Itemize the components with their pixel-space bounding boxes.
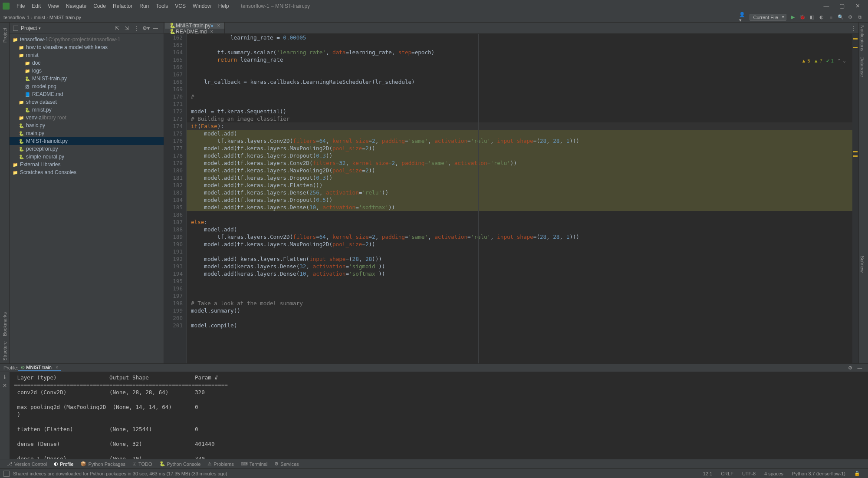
code-line[interactable]: [187, 100, 852, 108]
code-line[interactable]: model.add(tf.keras.layers.MaxPooling2D(p…: [187, 241, 852, 248]
tree-item[interactable]: 🐍basic.py: [10, 122, 164, 129]
code-line[interactable]: model.add(tf.keras.layers.Dense(10, acti…: [187, 204, 852, 211]
project-divider-icon[interactable]: ⋮: [132, 24, 140, 32]
tree-item[interactable]: 📁show dataset: [10, 98, 164, 106]
code-line[interactable]: model.compile(: [187, 322, 852, 329]
code-line[interactable]: tf.keras.layers.Conv2D(filters=64, kerne…: [187, 233, 852, 241]
code-line[interactable]: [187, 285, 852, 292]
tree-item[interactable]: 🐍simple-neural.py: [10, 153, 164, 161]
menu-help[interactable]: Help: [215, 3, 233, 9]
window-minimize[interactable]: —: [819, 3, 834, 9]
project-expand-icon[interactable]: ⇲: [123, 24, 131, 32]
code-line[interactable]: model.add(keras.layers.Dense(32, activat…: [187, 263, 852, 270]
tree-item[interactable]: 📁how to visualize a model with keras: [10, 43, 164, 51]
code-line[interactable]: model = tf.keras.Sequential(): [187, 108, 852, 115]
stop-button[interactable]: ■: [827, 13, 835, 21]
menu-run[interactable]: Run: [136, 3, 152, 9]
tab-close-icon[interactable]: ×: [217, 23, 220, 29]
code-line[interactable]: # - - - - - - - - - - - - - - - - - - - …: [187, 93, 852, 100]
toolwin-python-console[interactable]: 🐍Python Console: [156, 461, 204, 467]
toolwin-python-packages[interactable]: 📦Python Packages: [77, 461, 129, 467]
editor-content[interactable]: learning_rate = 0.00005 tf.summary.scala…: [187, 34, 852, 363]
structure-tool-tab[interactable]: Structure: [2, 339, 7, 363]
toolwin-todo[interactable]: ☑TODO: [129, 461, 156, 467]
breadcrumb-segment[interactable]: MNIST-train.py: [49, 15, 81, 20]
tree-item[interactable]: 📘README.md: [10, 90, 164, 98]
window-maximize[interactable]: ▢: [834, 3, 850, 9]
code-line[interactable]: model.add(tf.keras.layers.MaxPooling2D(p…: [187, 145, 852, 152]
reader-mode-icon[interactable]: 🔒: [850, 471, 865, 476]
toolwin-profile[interactable]: ◐Profile: [50, 461, 77, 467]
code-line[interactable]: model.summary(): [187, 307, 852, 314]
tabs-list-icon[interactable]: ⋮: [850, 23, 858, 33]
project-tool-tab[interactable]: Project: [2, 25, 7, 45]
tree-item[interactable]: 📁mnist: [10, 51, 164, 59]
editor[interactable]: 1621631641651661671681691701711721731741…: [164, 34, 858, 363]
file-encoding[interactable]: UTF-8: [738, 471, 760, 476]
code-line[interactable]: model.add(tf.keras.layers.Dropout(0.3)): [187, 152, 852, 159]
tree-item[interactable]: 📁External Libraries: [10, 161, 164, 168]
code-line[interactable]: tf.summary.scalar('learning rate', data=…: [187, 49, 852, 56]
code-line[interactable]: # Building an image classifier: [187, 115, 852, 122]
run-button[interactable]: ▶: [789, 13, 797, 21]
menu-window[interactable]: Window: [189, 3, 215, 9]
tree-item[interactable]: 🖼model.png: [10, 82, 164, 90]
tree-item[interactable]: 📁logs: [10, 67, 164, 75]
user-icon[interactable]: 👤▾: [739, 13, 747, 21]
code-line[interactable]: model.add(: [187, 226, 852, 233]
debug-button[interactable]: 🐞: [799, 13, 806, 21]
project-collapse-icon[interactable]: ⇱: [113, 24, 121, 32]
line-separator[interactable]: CRLF: [717, 471, 738, 476]
code-line[interactable]: [187, 71, 852, 78]
profile-tab-mnist[interactable]: ⊙ MNIST-train ×: [18, 365, 61, 371]
database-tool-tab[interactable]: Database: [859, 54, 866, 79]
breadcrumb-segment[interactable]: mnist: [34, 15, 45, 20]
toolwin-terminal[interactable]: ⌨Terminal: [237, 461, 271, 467]
tree-item[interactable]: 📁venv-a library root: [10, 114, 164, 122]
tree-item[interactable]: 🐍MNIST-trainold.py: [10, 137, 164, 145]
menu-vcs[interactable]: VCS: [171, 3, 189, 9]
editor-tab[interactable]: 🐍 MNIST-train.py ●×: [165, 23, 225, 29]
toolwin-version-control[interactable]: ⎇Version Control: [3, 461, 50, 467]
project-hide-icon[interactable]: —: [151, 24, 159, 32]
breadcrumb-segment[interactable]: tensorflow-1: [3, 15, 30, 20]
sciview-tool-tab[interactable]: SciView: [859, 253, 866, 275]
menu-refactor[interactable]: Refactor: [109, 3, 136, 9]
code-line[interactable]: lr_callback = keras.callbacks.LearningRa…: [187, 78, 852, 86]
menu-navigate[interactable]: Navigate: [62, 3, 90, 9]
code-line[interactable]: tf.keras.layers.Conv2D(filters=64, kerne…: [187, 137, 852, 145]
code-line[interactable]: [187, 277, 852, 285]
project-view-icon[interactable]: [13, 26, 18, 31]
tree-item[interactable]: 🐍MNIST-train.py: [10, 75, 164, 82]
code-line[interactable]: model.add(tf.keras.layers.MaxPooling2D(p…: [187, 167, 852, 174]
code-line[interactable]: return learning_rate: [187, 56, 852, 63]
editor-error-stripe[interactable]: [852, 34, 858, 363]
menu-view[interactable]: View: [44, 3, 62, 9]
code-line[interactable]: model.add(tf.keras.layers.Conv2D(filters…: [187, 159, 852, 167]
code-line[interactable]: [187, 292, 852, 300]
code-line[interactable]: model.add(keras.layers.Dense(10, activat…: [187, 270, 852, 277]
code-line[interactable]: # Take a look at the model summary: [187, 300, 852, 307]
profile-button[interactable]: ◐: [818, 13, 825, 21]
window-close[interactable]: ✕: [850, 3, 865, 9]
profile-hide-icon[interactable]: —: [856, 364, 864, 372]
ide-errors-icon[interactable]: ⧉: [856, 13, 864, 21]
code-line[interactable]: model.add(tf.keras.layers.Dropout(0.5)): [187, 196, 852, 204]
notifications-tool-tab[interactable]: Notifications: [859, 23, 866, 54]
menu-code[interactable]: Code: [90, 3, 109, 9]
project-settings-icon[interactable]: ⚙▾: [142, 24, 150, 32]
bookmarks-tool-tab[interactable]: Bookmarks: [2, 310, 7, 339]
code-line[interactable]: [187, 86, 852, 93]
python-interpreter[interactable]: Python 3.7 (tensorflow-1): [788, 471, 850, 476]
settings-icon[interactable]: ⚙: [846, 13, 854, 21]
menu-file[interactable]: File: [13, 3, 28, 9]
menu-edit[interactable]: Edit: [28, 3, 44, 9]
code-line[interactable]: model.add(: [187, 130, 852, 137]
profile-settings-icon[interactable]: ⚙: [846, 364, 854, 372]
tree-item[interactable]: 🐍perceptron.py: [10, 145, 164, 153]
code-line[interactable]: [187, 211, 852, 218]
code-line[interactable]: model.add(tf.keras.layers.Dense(256, act…: [187, 189, 852, 196]
menu-tools[interactable]: Tools: [152, 3, 171, 9]
toolwin-services[interactable]: ⚙Services: [271, 461, 302, 467]
tool-windows-toggle-icon[interactable]: [3, 471, 10, 477]
